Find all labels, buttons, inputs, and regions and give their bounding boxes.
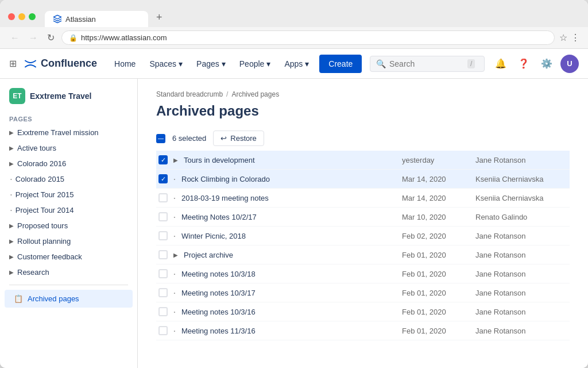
page-content: Standard breadcrumb / Archived pages Arc… <box>138 79 588 368</box>
row-author: Jane Rotanson <box>475 156 567 164</box>
table-row: • 2018-03-19 meeting notes Mar 14, 2020 … <box>156 189 570 208</box>
settings-button[interactable]: ⚙️ <box>537 55 556 73</box>
chevron-down-icon: ▾ <box>179 59 183 68</box>
help-button[interactable]: ❓ <box>514 55 533 73</box>
row-date: Mar 10, 2020 <box>402 213 471 221</box>
row-name[interactable]: Meeting Notes 10/2/17 <box>181 213 397 221</box>
breadcrumb-root: Standard breadcrumb <box>156 90 223 98</box>
sidebar-item-research[interactable]: ▶ Research <box>0 264 137 280</box>
create-button[interactable]: Create <box>319 55 362 73</box>
sidebar-item-project-tour-2015[interactable]: • Project Tour 2015 <box>0 187 137 202</box>
nav-pages[interactable]: Pages ▾ <box>191 55 231 73</box>
row-author: Jane Rotanson <box>475 289 567 297</box>
tab-title: Atlassian <box>65 15 96 24</box>
sidebar-item-project-tour-2014[interactable]: • Project Tour 2014 <box>0 202 137 218</box>
sidebar-item-archived-pages[interactable]: 📋 Archived pages <box>5 290 133 308</box>
row-name[interactable]: Meeting notes 10/3/18 <box>181 270 397 278</box>
row-name[interactable]: 2018-03-19 meeting notes <box>181 194 397 202</box>
logo-text: Confluence <box>41 57 97 70</box>
top-navigation: ⊞ Confluence Home Spaces ▾ Pages ▾ <box>0 49 588 79</box>
row-name[interactable]: Tours in development <box>184 156 397 164</box>
row-bullet-icon: • <box>172 309 177 315</box>
minimize-button[interactable] <box>18 13 25 20</box>
new-tab-button[interactable]: + <box>150 8 168 27</box>
row-checkbox[interactable] <box>158 288 168 297</box>
bullet-icon: • <box>10 177 12 182</box>
row-checkbox[interactable] <box>158 269 168 278</box>
search-input[interactable] <box>389 59 464 68</box>
user-avatar[interactable]: U <box>560 55 579 73</box>
row-checkbox[interactable] <box>158 193 168 202</box>
row-author: Jane Rotanson <box>475 308 567 316</box>
sidebar-item-colorado-2016[interactable]: ▶ Colorado 2016 <box>0 156 137 171</box>
row-expander[interactable]: ▶ <box>172 157 179 163</box>
row-name[interactable]: Meeting notes 10/3/16 <box>181 308 397 316</box>
forward-button[interactable]: → <box>26 32 40 44</box>
sidebar-item-customer-feedback[interactable]: ▶ Customer feedback <box>0 249 137 264</box>
more-options-icon[interactable]: ⋮ <box>571 32 580 43</box>
sidebar-item-colorado-2015[interactable]: • Colorado 2015 <box>0 171 137 187</box>
nav-home[interactable]: Home <box>109 55 141 73</box>
table-row: • Winter Picnic, 2018 Feb 02, 2020 Jane … <box>156 227 570 246</box>
sidebar-divider <box>9 285 128 285</box>
confluence-logo[interactable]: Confluence <box>24 57 97 71</box>
sidebar-item-rollout-planning[interactable]: ▶ Rollout planning <box>0 233 137 249</box>
url-bar: 🔒 https://www.atlassian.com <box>61 30 555 45</box>
browser-tab[interactable]: Atlassian <box>45 11 148 27</box>
row-name[interactable]: Project archive <box>184 251 397 259</box>
sidebar-item-active-tours[interactable]: ▶ Active tours <box>0 140 137 156</box>
row-author: Jane Rotanson <box>475 251 567 259</box>
notifications-button[interactable]: 🔔 <box>492 55 510 73</box>
breadcrumb: Standard breadcrumb / Archived pages <box>156 90 570 98</box>
chevron-down-icon: ▾ <box>266 59 270 68</box>
row-checkbox[interactable] <box>158 231 168 240</box>
search-bar[interactable]: 🔍 / <box>370 56 485 72</box>
row-date: Mar 14, 2020 <box>402 175 471 183</box>
nav-icons: 🔔 ❓ ⚙️ U <box>492 55 579 73</box>
sidebar-item-exxtreme-travel-mission[interactable]: ▶ Exxtreme Travel mission <box>0 125 137 140</box>
table-row: • Rock Climbing in Colorado Mar 14, 2020… <box>156 170 570 189</box>
row-checkbox[interactable] <box>158 174 168 183</box>
nav-spaces[interactable]: Spaces ▾ <box>144 55 188 73</box>
row-expander[interactable]: ▶ <box>172 252 179 258</box>
row-checkbox[interactable] <box>158 307 168 316</box>
row-date: Feb 02, 2020 <box>402 232 471 240</box>
bookmark-icon[interactable]: ☆ <box>559 32 567 43</box>
row-checkbox[interactable] <box>158 250 168 259</box>
nav-apps[interactable]: Apps ▾ <box>278 55 315 73</box>
table-row: ▶ Project archive Feb 01, 2020 Jane Rota… <box>156 246 570 264</box>
row-checkbox[interactable] <box>158 326 168 335</box>
refresh-button[interactable]: ↻ <box>45 31 57 44</box>
grid-icon[interactable]: ⊞ <box>9 58 17 69</box>
row-name[interactable]: Meeting notes 11/3/16 <box>181 327 397 335</box>
row-checkbox[interactable] <box>158 212 168 221</box>
row-date: Feb 01, 2020 <box>402 327 471 335</box>
row-author: Kseniia Cherniavska <box>475 175 567 183</box>
select-all-checkbox[interactable] <box>156 134 165 143</box>
nav-people[interactable]: People ▾ <box>234 55 277 73</box>
row-date: Mar 14, 2020 <box>402 194 471 202</box>
row-author: Jane Rotanson <box>475 327 567 335</box>
search-shortcut: / <box>467 59 475 68</box>
row-date: Feb 01, 2020 <box>402 251 471 259</box>
back-button[interactable]: ← <box>8 32 22 44</box>
sidebar-item-proposed-tours[interactable]: ▶ Proposed tours <box>0 218 137 233</box>
restore-button[interactable]: ↩ Restore <box>213 131 264 146</box>
row-name[interactable]: Meeting notes 10/3/17 <box>181 289 397 297</box>
pages-section-label: PAGES <box>0 109 137 125</box>
search-icon: 🔍 <box>376 59 386 68</box>
row-name[interactable]: Winter Picnic, 2018 <box>181 232 397 240</box>
row-checkbox[interactable] <box>158 155 168 164</box>
maximize-button[interactable] <box>29 13 36 20</box>
row-bullet-icon: • <box>172 177 177 182</box>
row-date: Feb 01, 2020 <box>402 270 471 278</box>
sidebar: ET Exxtreme Travel PAGES ▶ Exxtreme Trav… <box>0 79 138 368</box>
bullet-icon: • <box>10 192 12 197</box>
table-actions: 6 selected ↩ Restore <box>156 131 570 146</box>
row-name[interactable]: Rock Climbing in Colorado <box>181 175 397 183</box>
table-row: • Meeting notes 10/3/17 Feb 01, 2020 Jan… <box>156 283 570 302</box>
breadcrumb-current: Archived pages <box>231 90 279 98</box>
close-button[interactable] <box>8 13 15 20</box>
chevron-right-icon: ▶ <box>9 129 14 136</box>
row-bullet-icon: • <box>172 195 177 201</box>
